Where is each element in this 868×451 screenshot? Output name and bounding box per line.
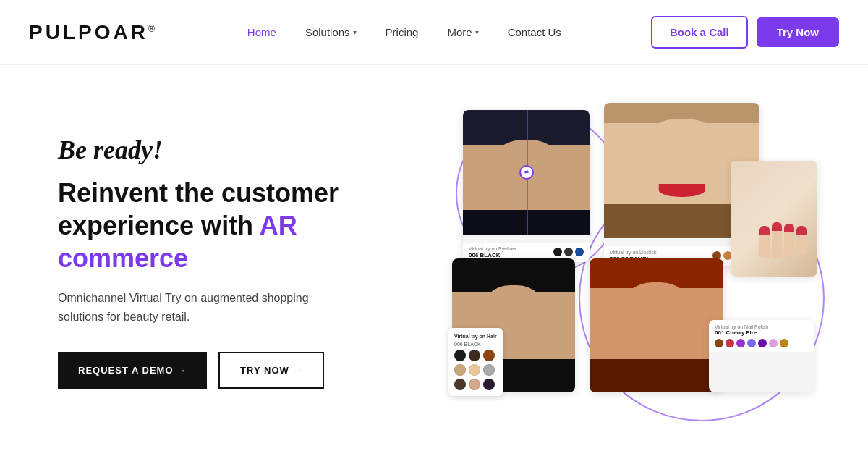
hero-tagline: Be ready!: [58, 135, 391, 165]
hero-try-now-button[interactable]: TRY NOW →: [218, 352, 324, 389]
chevron-down-icon: ▾: [353, 28, 357, 36]
finger-4: [796, 226, 807, 255]
header-actions: Book a Call Try Now: [651, 16, 839, 49]
eyeliner-swatches: [553, 248, 584, 256]
finger-1: [760, 226, 770, 258]
hero-section: Be ready! Reinvent the customer experien…: [0, 65, 868, 451]
hero-headline: Reinvent the customer experience with AR…: [58, 177, 391, 274]
header: PULPOAR® Home Solutions ▾ Pricing More ▾…: [0, 0, 868, 65]
finger-2: [772, 222, 782, 258]
book-call-button[interactable]: Book a Call: [651, 16, 748, 49]
nav-item-contact[interactable]: Contact Us: [496, 20, 573, 44]
hero-buttons: REQUEST A DEMO → TRY NOW →: [58, 352, 391, 389]
ar-grid: ⇄ Virtual try on Eyeliner 006 BLACK: [441, 88, 817, 436]
hand-fingers: [760, 226, 807, 258]
nav-item-more[interactable]: More ▾: [435, 20, 490, 44]
nail-polish-swatches: [715, 339, 808, 347]
nav-item-home[interactable]: Home: [236, 20, 288, 44]
hair-swatch-panel: Virtual try on Hair 006 BLACK: [448, 328, 503, 396]
panel-nail-polish-label: Virtual try on Nail Polish 001 Cherry Fi…: [709, 320, 814, 392]
nav-item-pricing[interactable]: Pricing: [374, 20, 430, 44]
split-icon: ⇄: [519, 165, 534, 180]
finger-3: [784, 224, 794, 258]
hero-visual: ⇄ Virtual try on Eyeliner 006 BLACK: [420, 87, 839, 437]
panel-eyeliner: ⇄ Virtual try on Eyeliner 006 BLACK: [463, 110, 590, 262]
chevron-down-icon: ▾: [475, 28, 479, 36]
panel-nails: [731, 161, 817, 277]
panel-hair-auburn: [590, 258, 723, 392]
hero-text: Be ready! Reinvent the customer experien…: [58, 135, 420, 389]
hero-subtext: Omnichannel Virtual Try on augmented sho…: [58, 289, 391, 326]
logo: PULPOAR®: [29, 21, 158, 44]
try-now-button[interactable]: Try Now: [757, 17, 839, 47]
main-nav: Home Solutions ▾ Pricing More ▾ Contact …: [236, 20, 573, 44]
request-demo-button[interactable]: REQUEST A DEMO →: [58, 352, 207, 389]
nav-item-solutions[interactable]: Solutions ▾: [294, 20, 368, 44]
